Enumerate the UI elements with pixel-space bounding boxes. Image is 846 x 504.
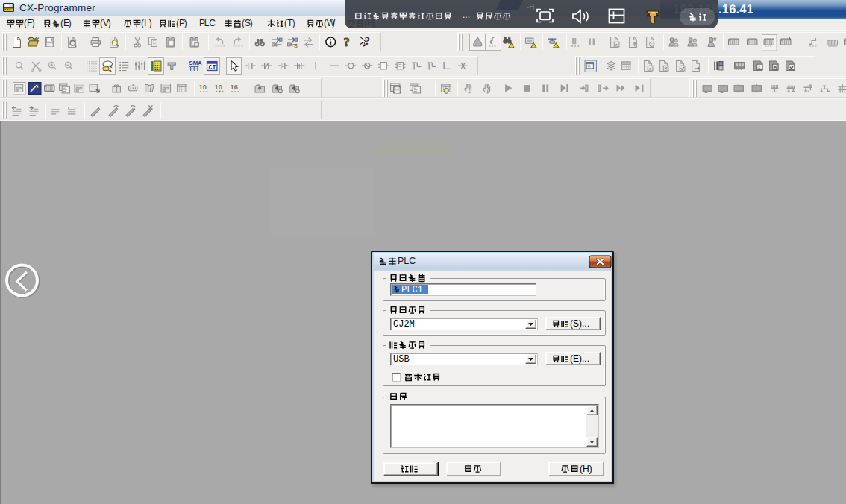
svg-text:C: C (209, 18, 216, 28)
svg-text:): ) (332, 18, 335, 28)
svg-text:I: I (144, 18, 146, 28)
svg-text:): ) (108, 18, 111, 28)
svg-text:): ) (292, 18, 295, 28)
svg-text:): ) (149, 18, 152, 28)
svg-text:): ) (69, 18, 72, 28)
svg-text:): ) (32, 18, 35, 28)
svg-text:): ) (250, 18, 253, 28)
svg-text:): ) (184, 18, 187, 28)
